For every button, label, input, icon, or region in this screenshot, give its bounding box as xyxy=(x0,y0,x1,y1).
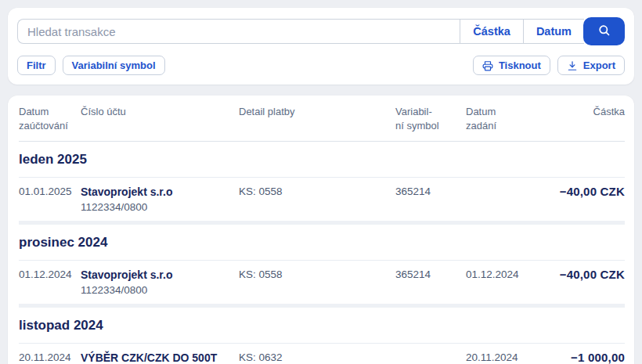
print-button[interactable]: Tisknout xyxy=(473,56,550,75)
month-group-header: listopad 2024 xyxy=(19,308,625,344)
counterparty-name: Stavoprojekt s.r.o xyxy=(81,268,233,282)
counterparty-name: VÝBĚR CZK/CZK DO 500T xyxy=(81,351,233,364)
account-cell: Stavoprojekt s.r.o 1122334/0800 xyxy=(81,268,239,297)
month-group-header: prosinec 2024 xyxy=(19,225,625,261)
filter-button-label: Filtr xyxy=(27,59,46,71)
amount-filter-button[interactable]: Částka xyxy=(460,19,523,44)
account-number: 1122334/0800 xyxy=(81,283,233,297)
variable-symbol xyxy=(395,351,466,364)
col-header-entry-date: Datum zadání xyxy=(466,105,544,133)
payment-detail: KS: 0558 xyxy=(239,268,395,297)
account-cell: VÝBĚR CZK/CZK DO 500T xyxy=(81,351,239,364)
payment-detail: KS: 0632 xyxy=(239,351,395,364)
amount: −1 000,00 CZK xyxy=(544,351,625,364)
entry-date xyxy=(466,185,544,214)
col-header-variable-symbol: Variabil- ní symbol xyxy=(395,105,466,133)
search-button[interactable] xyxy=(583,17,625,45)
col-header-payment-detail: Detail platby xyxy=(239,105,395,133)
export-button-label: Export xyxy=(583,59,615,71)
download-icon xyxy=(567,60,578,71)
export-button[interactable]: Export xyxy=(557,56,625,75)
amount: −40,00 CZK xyxy=(544,185,625,214)
printer-icon xyxy=(482,60,493,71)
booking-date: 20.11.2024 xyxy=(19,351,81,364)
transaction-row[interactable]: 01.12.2024 Stavoprojekt s.r.o 1122334/08… xyxy=(19,261,625,308)
variable-symbol: 365214 xyxy=(395,268,466,297)
col-header-booking-date: Datum zaúčtování xyxy=(19,105,81,133)
transaction-row[interactable]: 20.11.2024 VÝBĚR CZK/CZK DO 500T KS: 063… xyxy=(19,344,625,364)
date-filter-button[interactable]: Datum xyxy=(523,19,584,44)
booking-date: 01.01.2025 xyxy=(19,185,81,214)
month-group-header: leden 2025 xyxy=(19,142,625,178)
variable-symbol-button[interactable]: Variabilní symbol xyxy=(63,56,165,75)
toolbar-right: Tisknout Export xyxy=(473,56,625,75)
entry-date: 01.12.2024 xyxy=(466,268,544,297)
variable-symbol-button-label: Variabilní symbol xyxy=(72,59,156,71)
search-icon xyxy=(597,23,611,39)
payment-detail: KS: 0558 xyxy=(239,185,395,214)
table-header: Datum zaúčtování Číslo účtu Detail platb… xyxy=(19,96,625,142)
col-header-account-number: Číslo účtu xyxy=(81,105,239,133)
search-group: Částka Datum xyxy=(17,17,625,45)
account-number: 1122334/0800 xyxy=(81,200,233,214)
print-button-label: Tisknout xyxy=(499,59,541,71)
amount: −40,00 CZK xyxy=(544,268,625,297)
account-cell: Stavoprojekt s.r.o 1122334/0800 xyxy=(81,185,239,214)
transactions-table: Datum zaúčtování Číslo účtu Detail platb… xyxy=(8,96,634,364)
counterparty-name: Stavoprojekt s.r.o xyxy=(81,185,233,199)
toolbar-row: Filtr Variabilní symbol Tisknout xyxy=(17,56,625,75)
search-input[interactable] xyxy=(17,19,460,44)
entry-date: 20.11.2024 xyxy=(466,351,544,364)
search-panel: Částka Datum Filtr Variabilní symbol xyxy=(8,8,634,85)
toolbar-left: Filtr Variabilní symbol xyxy=(17,56,165,75)
variable-symbol: 365214 xyxy=(395,185,466,214)
booking-date: 01.12.2024 xyxy=(19,268,81,297)
transactions-page: Částka Datum Filtr Variabilní symbol xyxy=(0,0,642,364)
col-header-amount: Částka xyxy=(544,105,625,133)
transaction-row[interactable]: 01.01.2025 Stavoprojekt s.r.o 1122334/08… xyxy=(19,178,625,225)
filter-button[interactable]: Filtr xyxy=(17,56,56,75)
